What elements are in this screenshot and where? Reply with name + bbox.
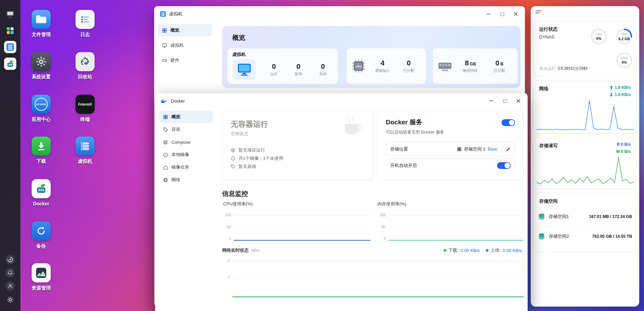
cpu-tick-50: 50: [221, 225, 231, 229]
docker-status-card: 无容器运行 空闲状态 暂无项目运行 共1个镜像；1个未使用 暂无容器: [222, 111, 373, 180]
vm-sidebar-item-vms[interactable]: 虚拟机: [158, 39, 212, 51]
vm-stack-icon: [79, 140, 91, 152]
vm-minimize-button[interactable]: [482, 9, 495, 19]
icon-label: 文件管理: [32, 32, 51, 38]
tag-icon: [163, 127, 168, 132]
edit-pencil-icon[interactable]: [506, 147, 511, 152]
icon-label: 资源管理: [32, 285, 51, 291]
upload-legend-dot: [486, 249, 489, 252]
desktop-icon-app-center[interactable]: STORE 应用中心: [24, 95, 58, 123]
desktop-icon-docker[interactable]: Docker: [24, 179, 58, 206]
vm-window-titlebar[interactable]: 虚拟机: [154, 6, 525, 21]
docker-app-icon: [6, 60, 14, 68]
close-icon: [513, 12, 518, 16]
uptime-label: 本次运行: [539, 66, 556, 72]
vm-maximize-button[interactable]: [495, 9, 509, 19]
mem-chart-title: 内存使用率(%): [377, 201, 406, 207]
storage-read: R 0 B/s: [617, 142, 631, 147]
dock: [0, 0, 20, 311]
run-status-title: 运行状态: [539, 26, 558, 32]
vm-app-icon: [6, 43, 14, 51]
docker-sidebar-item-registry[interactable]: 镜像仓库: [159, 161, 213, 173]
dock-user-button[interactable]: [5, 281, 15, 291]
docker-close-button[interactable]: [512, 95, 525, 106]
storage-location-label: 存储位置: [390, 146, 408, 152]
docker-sidebar-item-overview[interactable]: 概览: [159, 111, 213, 123]
mem-usage-chart: [389, 215, 523, 239]
cpu-usage-line: [234, 236, 370, 239]
close-icon: [516, 98, 521, 103]
network-title: 网络: [539, 86, 548, 92]
desktop-wallpaper: 文件管理 日志 系统设置: [0, 0, 644, 311]
uptime-value: 0天2时42分29秒: [558, 66, 588, 72]
mem-tick-0: 0: [376, 236, 386, 240]
vm-window-title: 虚拟机: [169, 11, 182, 17]
sidebar-label: 镜像仓库: [171, 164, 189, 170]
cpu-chip-icon: CPU: [351, 59, 366, 73]
docker-sidebar-item-compose[interactable]: Compose: [159, 136, 213, 148]
docker-service-toggle[interactable]: [501, 119, 515, 126]
docker-service-title: Docker 服务: [386, 118, 423, 127]
storage-location-badge: Basic: [488, 147, 498, 152]
docker-service-description: 可以启动或者关闭 Docker 服务: [386, 129, 444, 135]
vm-monitor-tile: [233, 59, 255, 80]
desktop-icon-logs[interactable]: 日志: [68, 10, 102, 38]
dock-resource-swirl-icon[interactable]: [5, 255, 15, 264]
dock-show-desktop-icon[interactable]: [4, 8, 16, 20]
minimize-icon: [486, 14, 491, 14]
desktop-icon-file-manager[interactable]: 文件管理: [24, 10, 58, 38]
desktop-icon-vm[interactable]: 虚拟机: [68, 137, 102, 165]
terminal-badge: FntermX: [78, 103, 92, 106]
docker-window-titlebar[interactable]: Docker: [155, 93, 527, 108]
autostart-toggle[interactable]: [497, 162, 511, 169]
vm-stats-card-title: 虚拟机: [232, 51, 246, 58]
cpu-usage-chart: [234, 215, 370, 239]
maximize-icon: [503, 99, 507, 103]
volume-row-2[interactable]: 存储空间2 762.05 GB / 14.55 TB: [538, 228, 632, 245]
dock-notifications-button[interactable]: [5, 268, 15, 278]
storage-volumes-title: 存储空间: [539, 198, 558, 204]
monitor-icon: [237, 63, 252, 76]
panel-menu-icon[interactable]: [535, 11, 542, 13]
volume-row-1[interactable]: 存储空间1 167.01 MB / 172.34 GB: [538, 208, 632, 226]
store-badge: STORE: [36, 103, 46, 106]
docker-minimize-button[interactable]: [484, 95, 498, 106]
docker-sidebar-item-network[interactable]: 网络: [159, 174, 213, 186]
docker-status-item-images: 共1个镜像；1个未使用: [231, 155, 283, 161]
vm-close-button[interactable]: [509, 9, 523, 19]
vm-sidebar-item-hardware[interactable]: 硬件: [158, 54, 212, 66]
gear-icon: [7, 296, 14, 303]
net-tick-1: 1: [220, 275, 230, 279]
sidebar-label: 硬件: [170, 57, 179, 63]
vm-sidebar-item-overview[interactable]: 概览: [158, 24, 212, 36]
docker-sidebar-item-containers[interactable]: 容器: [159, 123, 213, 136]
svg-text:RAM: RAM: [442, 69, 448, 72]
autostart-row: 开机自动开启: [386, 159, 515, 172]
dock-settings-button[interactable]: [5, 295, 15, 305]
sync-arrows-icon: [36, 226, 46, 236]
docker-maximize-button[interactable]: [498, 95, 512, 106]
dock-running-docker-app[interactable]: [4, 58, 16, 70]
dock-launcher-icon[interactable]: [4, 25, 16, 37]
docker-sidebar-item-images[interactable]: 本地镜像: [159, 149, 213, 161]
download-legend-dot: [444, 249, 446, 252]
docker-status-subtitle: 空闲状态: [231, 131, 248, 137]
desktop-icon-backup[interactable]: 备份: [24, 221, 58, 249]
maximize-icon: [500, 12, 504, 16]
swirl-icon: [7, 256, 13, 263]
icon-label: 系统设置: [32, 74, 51, 80]
network-sparkline: [536, 100, 634, 130]
app-grid-icon: [6, 27, 14, 35]
desktop-icon-resource-monitor[interactable]: 资源管理: [24, 263, 58, 291]
download-arrow-icon: [36, 141, 46, 151]
drive-icon: [162, 58, 167, 63]
dock-running-vm-app[interactable]: [4, 41, 16, 53]
docker-window-title: Docker: [171, 98, 185, 104]
gear-icon: [36, 56, 47, 67]
desktop-icon-download[interactable]: 下载: [24, 137, 58, 165]
tag-icon: [231, 164, 235, 169]
sidebar-label: 虚拟机: [170, 42, 184, 48]
desktop-icon-settings[interactable]: 系统设置: [24, 52, 58, 80]
desktop-icon-terminal[interactable]: FntermX 终端: [68, 95, 102, 123]
desktop-icon-recycle-bin[interactable]: 回收站: [68, 52, 102, 80]
